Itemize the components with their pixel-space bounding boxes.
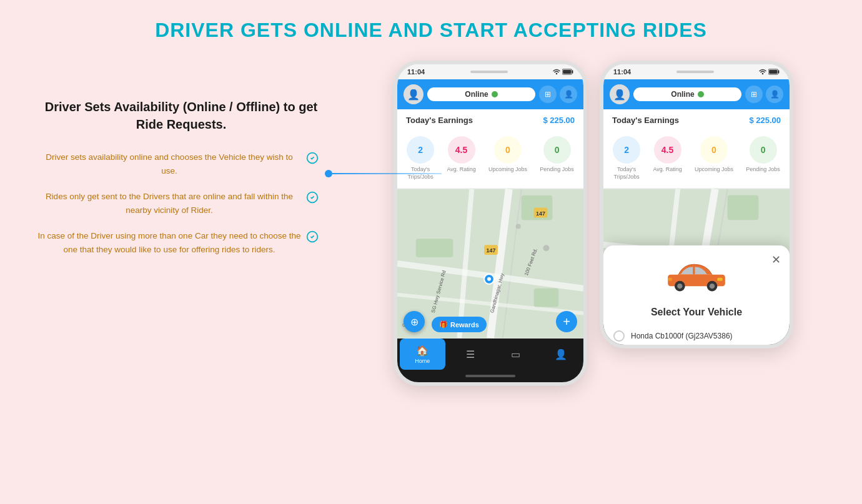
phone1-rewards-text: Rewards xyxy=(450,321,479,329)
phone1-nav-card[interactable]: ▭ xyxy=(493,338,538,370)
phone1-profile-icon: 👤 xyxy=(555,348,567,360)
svg-text:147: 147 xyxy=(536,210,545,217)
phone1-app-header: 👤 Online ⊞ 👤 xyxy=(397,79,583,109)
battery-icon xyxy=(562,69,573,75)
connector-dot xyxy=(325,170,332,177)
phone1-earnings: Today's Earnings $ 225.00 xyxy=(397,109,583,131)
svg-point-41 xyxy=(677,284,682,289)
phone2-header-icons: ⊞ 👤 xyxy=(745,86,783,103)
svg-rect-15 xyxy=(534,289,559,307)
phone2-status-text: Online xyxy=(671,90,694,99)
svg-rect-45 xyxy=(668,278,672,281)
phone1-list-icon: ☰ xyxy=(466,348,475,360)
phone1-online-pill: Online xyxy=(427,87,535,101)
wifi-icon xyxy=(553,69,560,75)
vehicle-option-1[interactable]: Honda Cb1000f (Gj23AV5386) xyxy=(613,327,780,345)
phone1-rewards-btn[interactable]: 🎁 Rewards xyxy=(432,317,487,332)
wifi-icon-2 xyxy=(759,69,766,75)
page-wrapper: DRIVER GETS ONLINE AND START ACCEPTING R… xyxy=(0,0,862,504)
phone2-status-icons xyxy=(759,69,780,75)
modal-close-btn[interactable]: ✕ xyxy=(771,253,781,267)
phone1-stat-circle-1: 2 xyxy=(407,136,434,164)
phone1-nav-home-label: Home xyxy=(415,358,430,364)
phone2-user-icon[interactable]: 👤 xyxy=(766,86,783,103)
phone2-stats-row: 2 Today'sTrips/Jobs 4.5 Avg. Rating 0 xyxy=(603,131,790,189)
phones-section: 11:04 👤 Online ⊞ 👤 xyxy=(337,61,850,386)
svg-point-3 xyxy=(556,73,558,75)
phone1-earnings-label: Today's Earnings xyxy=(406,116,473,125)
phone2-stat-label-3: Upcoming Jobs xyxy=(695,166,733,174)
vehicle-modal: ✕ xyxy=(603,245,790,348)
phone1-status-text: Online xyxy=(465,90,488,99)
phone2-green-dot xyxy=(698,91,704,97)
phone1-user-icon[interactable]: 👤 xyxy=(560,86,577,103)
svg-point-26 xyxy=(516,224,521,229)
phone-2: 11:04 👤 Online ⊞ 👤 xyxy=(600,61,793,348)
phone1-map: 100 Feet Rd. SG Hwy Service Rd Gandhinag… xyxy=(397,189,583,338)
phone1-nav-list[interactable]: ☰ xyxy=(448,338,493,370)
connector xyxy=(325,170,442,177)
phone1-card-icon: ▭ xyxy=(511,348,520,360)
car-illustration xyxy=(613,259,780,300)
phone2-stat-circle-1: 2 xyxy=(613,136,640,164)
phone1-stat-circle-3: 0 xyxy=(494,136,522,164)
phone2-stat-label-4: Pending Jobs xyxy=(746,166,780,174)
phone2-grid-icon[interactable]: ⊞ xyxy=(745,86,763,103)
check-icon-2 xyxy=(306,191,319,204)
phone2-stat-3: 0 Upcoming Jobs xyxy=(695,136,733,180)
svg-rect-5 xyxy=(572,71,573,74)
phone1-nav-home[interactable]: 🏠 Home xyxy=(400,338,445,370)
left-section: Driver Sets Availability (Online / Offli… xyxy=(12,61,337,269)
svg-point-25 xyxy=(543,245,549,252)
phone2-earnings-amount: $ 225.00 xyxy=(749,116,781,125)
phone1-green-dot xyxy=(492,91,498,97)
svg-point-28 xyxy=(762,73,764,75)
phone1-bottom-bar xyxy=(397,370,583,382)
svg-text:147: 147 xyxy=(487,247,496,254)
phone2-notch: 11:04 xyxy=(603,64,790,79)
modal-title: Select Your Vehicle xyxy=(613,307,780,318)
connector-line xyxy=(332,173,442,174)
car-svg xyxy=(665,259,728,293)
feature-point-3: In case of the Driver using more than on… xyxy=(37,229,319,256)
phone1-notch-bar xyxy=(470,71,508,73)
phone1-stat-4: 0 Pending Jobs xyxy=(540,136,574,180)
phone2-stat-label-1: Today'sTrips/Jobs xyxy=(614,166,640,180)
phone1-nav-profile[interactable]: 👤 xyxy=(538,338,584,370)
phone2-stat-2: 4.5 Avg. Rating xyxy=(653,136,681,180)
phone1-stats-row: 2 Today'sTrips/Jobs 4.5 Avg. Rating 0 xyxy=(397,131,583,189)
check-icon-1 xyxy=(306,152,319,164)
svg-rect-14 xyxy=(416,239,453,258)
phone1-status-icons xyxy=(553,69,573,75)
phone1-avatar: 👤 xyxy=(404,84,424,104)
phone1-stat-label-4: Pending Jobs xyxy=(540,166,574,174)
phone2-time: 11:04 xyxy=(613,68,631,76)
phone1-bottom-nav: 🏠 Home ☰ ▭ 👤 xyxy=(397,338,583,370)
phone1-time: 11:04 xyxy=(407,68,425,76)
vehicle-option-2[interactable]: Acura Mdx (GJ67B3920) xyxy=(613,345,780,348)
phone1-home-indicator xyxy=(465,375,515,377)
phone2-notch-bar xyxy=(676,71,714,73)
phone1-grid-icon[interactable]: ⊞ xyxy=(539,86,557,103)
phone2-earnings: Today's Earnings $ 225.00 xyxy=(603,109,790,131)
svg-rect-44 xyxy=(717,278,722,281)
phone2-stat-circle-3: 0 xyxy=(700,136,728,164)
radio-1[interactable] xyxy=(613,330,625,342)
phone1-header-icons: ⊞ 👤 xyxy=(539,86,577,103)
svg-rect-30 xyxy=(778,71,780,74)
svg-point-17 xyxy=(487,277,491,281)
vehicle-name-1: Honda Cb1000f (Gj23AV5386) xyxy=(631,332,733,340)
phone1-stat-3: 0 Upcoming Jobs xyxy=(488,136,527,180)
page-title: DRIVER GETS ONLINE AND START ACCEPTING R… xyxy=(155,19,707,42)
battery-icon-2 xyxy=(768,69,780,75)
content-row: Driver Sets Availability (Online / Offli… xyxy=(12,61,850,386)
phone1-stat-circle-2: 4.5 xyxy=(448,136,475,164)
phone2-stat-1: 2 Today'sTrips/Jobs xyxy=(613,136,640,180)
phone2-avatar: 👤 xyxy=(610,84,630,104)
svg-point-43 xyxy=(710,284,715,289)
phone2-stat-circle-4: 0 xyxy=(750,136,777,164)
phone1-stat-circle-4: 0 xyxy=(543,136,571,164)
phone2-stat-circle-2: 4.5 xyxy=(654,136,681,164)
phone2-app-header: 👤 Online ⊞ 👤 xyxy=(603,79,790,109)
phone1-home-icon: 🏠 xyxy=(416,345,429,357)
